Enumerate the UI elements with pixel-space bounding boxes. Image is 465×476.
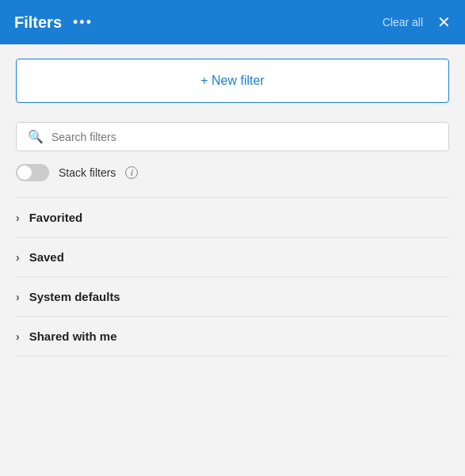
section-label-favorited: Favorited [29,211,83,224]
chevron-right-icon: › [16,251,20,264]
main-content: + New filter 🔍 Stack filters i › Favorit… [0,44,465,356]
page-title: Filters [14,13,62,32]
more-options-icon[interactable]: ••• [73,14,93,31]
search-input[interactable] [51,131,437,143]
section-favorited[interactable]: › Favorited [16,197,449,237]
toggle-knob [17,166,32,180]
search-box: 🔍 [16,122,449,151]
stack-filters-label: Stack filters [59,166,116,179]
search-icon: 🔍 [28,129,44,144]
section-shared-with-me[interactable]: › Shared with me [16,316,449,356]
clear-all-button[interactable]: Clear all [383,16,423,29]
stack-filters-toggle[interactable] [16,164,49,181]
close-button[interactable]: ✕ [437,14,451,30]
section-system-defaults[interactable]: › System defaults [16,276,449,316]
chevron-right-icon: › [16,291,20,303]
header-right: Clear all ✕ [383,14,451,30]
header-left: Filters ••• [14,13,93,32]
search-section: 🔍 [16,122,449,151]
section-saved[interactable]: › Saved [16,237,449,276]
new-filter-button[interactable]: + New filter [16,59,449,103]
stack-filters-row: Stack filters i [16,164,449,181]
sections-list: › Favorited › Saved › System defaults › … [16,197,449,356]
section-label-system-defaults: System defaults [29,290,120,303]
info-icon[interactable]: i [125,166,138,179]
chevron-right-icon: › [16,211,20,224]
header: Filters ••• Clear all ✕ [0,0,465,44]
section-label-saved: Saved [29,250,64,264]
chevron-right-icon: › [16,330,20,343]
section-label-shared-with-me: Shared with me [29,329,117,343]
